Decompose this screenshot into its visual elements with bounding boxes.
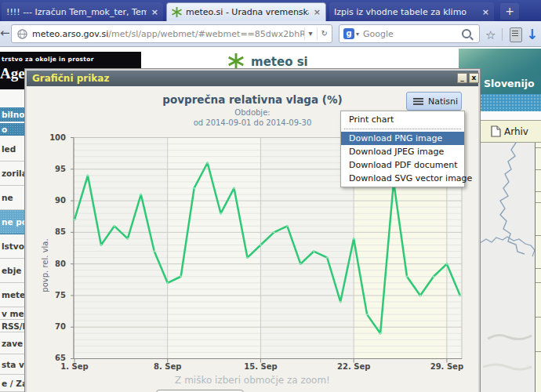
menu-item-print-chart[interactable]: Print chart — [341, 113, 464, 126]
new-tab-button[interactable]: + — [500, 3, 519, 20]
reload-icon[interactable]: ↻ — [317, 27, 332, 40]
tab-izpis[interactable]: Izpis iz vhodne tabele za klimo × — [329, 2, 494, 21]
search-input[interactable]: g ▾ Google — [339, 24, 480, 43]
menu-item-download-jpeg[interactable]: Download JPEG image — [341, 145, 464, 158]
hamburger-icon — [413, 98, 423, 105]
header-slogan-text: Slovenijo — [484, 78, 535, 89]
meteo-favicon-icon — [172, 7, 182, 17]
sidebar-item[interactable]: led — [0, 137, 25, 162]
map-panel[interactable] — [480, 143, 535, 392]
y-axis-tick-label: 65 — [39, 354, 66, 362]
y-axis-title: povp. rel. vla. — [41, 199, 49, 332]
print-button-label: Natisni — [428, 96, 458, 107]
search-placeholder: Google — [363, 29, 462, 39]
tab-title: meteo.si - Uradna vremenska... — [186, 7, 309, 17]
chart-dialog: Grafični prikaz _ x povprečna relativna … — [25, 69, 480, 392]
url-field[interactable]: meteo.arso.gov.si/met/sl/app/webmet/#web… — [11, 24, 332, 43]
sidebar-item[interactable]: zave — [0, 332, 25, 354]
archive-label: Arhiv — [504, 126, 528, 137]
menu-item-download-png[interactable]: Download PNG image — [341, 132, 464, 145]
sidebar-item[interactable]: ne — [0, 186, 25, 210]
tab-close-icon[interactable]: × — [314, 7, 321, 17]
minimize-button[interactable]: _ — [457, 73, 467, 83]
document-icon — [491, 125, 501, 137]
sidebar-item[interactable]: zorila — [0, 162, 25, 186]
dialog-title-bar[interactable]: Grafični prikaz — [27, 71, 478, 86]
toolbar-separator — [502, 28, 503, 41]
browser-tab-bar: !!!! --- Izračun Tem_mok_ter, Tem... × m… — [0, 0, 541, 21]
sidebar-item[interactable]: RSS/H — [0, 320, 25, 332]
screen: !!!! --- Izračun Tem_mok_ter, Tem... × m… — [0, 0, 541, 392]
y-axis-tick-label: 95 — [39, 165, 66, 173]
globe-icon — [17, 29, 27, 39]
tab-close-icon[interactable]: × — [482, 7, 489, 17]
close-button[interactable]: x — [469, 73, 479, 83]
print-menu-button[interactable]: Natisni — [406, 92, 462, 111]
bookmark-star-icon[interactable]: ☆ — [485, 28, 496, 42]
y-axis-tick-label: 100 — [39, 133, 66, 142]
decorative-dot-band — [480, 94, 541, 111]
sidebar-item[interactable]: sta vp — [0, 354, 25, 375]
menu-item-download-svg[interactable]: Download SVG vector image — [341, 172, 464, 185]
sidebar-item[interactable]: bilno — [0, 107, 25, 122]
legend-strip — [535, 143, 541, 392]
meteo-logo-icon — [227, 53, 245, 69]
sidebar-item[interactable]: o — [0, 123, 25, 136]
search-engine-dropdown-icon[interactable]: ▾ — [356, 31, 359, 38]
bookmarks-menu-icon[interactable] — [510, 27, 522, 42]
back-icon[interactable]: ← — [0, 26, 9, 43]
spacer-strip — [480, 111, 541, 120]
url-dropdown-icon[interactable]: ▾ — [304, 27, 317, 40]
url-path: /met/sl/app/webmet/#webmet==85dwx2bhR2cv… — [108, 29, 303, 39]
menu-item-download-pdf[interactable]: Download PDF document — [341, 158, 464, 172]
menu-separator — [344, 129, 461, 129]
tab-close-icon[interactable]: × — [151, 7, 158, 17]
archive-panel-header[interactable]: Arhiv — [480, 120, 541, 143]
sidebar-item-selected[interactable]: ne pod — [0, 210, 25, 234]
sidebar-item[interactable]: lstvo — [0, 234, 25, 259]
map-borders-icon — [480, 143, 535, 392]
tab-title: Izpis iz vhodne tabele za klimo — [334, 7, 477, 17]
search-engine-icon[interactable]: g — [343, 28, 354, 39]
tab-izracun[interactable]: !!!! --- Izračun Tem_mok_ter, Tem... × — [2, 2, 163, 21]
sidebar-item[interactable]: e / Za — [0, 375, 25, 392]
downloads-icon[interactable]: ↓ — [526, 26, 538, 42]
sidebar-item[interactable]: ebje — [0, 259, 25, 283]
export-menu: Print chart Download PNG image Download … — [340, 111, 465, 187]
dialog-title: Grafični prikaz — [32, 73, 109, 84]
tab-title: !!!! --- Izračun Tem_mok_ter, Tem... — [6, 7, 147, 17]
sidebar-item[interactable]: meteo — [0, 283, 25, 307]
search-icon[interactable] — [462, 29, 471, 38]
site-sidebar: bilno o led zorila ne ne pod lstvo ebje … — [0, 89, 25, 392]
url-domain: meteo.arso.gov.si — [32, 29, 108, 39]
sidebar-item[interactable]: v meri — [0, 307, 25, 320]
tab-meteo[interactable]: meteo.si - Uradna vremenska... × — [166, 2, 326, 21]
meteo-logo-text: meteo si — [251, 55, 308, 69]
ministry-text: trstvo za okolje in prostor — [2, 56, 94, 63]
zoom-hint-text: Z miško izberi območje za zoom! — [27, 375, 478, 386]
meteo-logo: meteo si — [227, 53, 384, 69]
